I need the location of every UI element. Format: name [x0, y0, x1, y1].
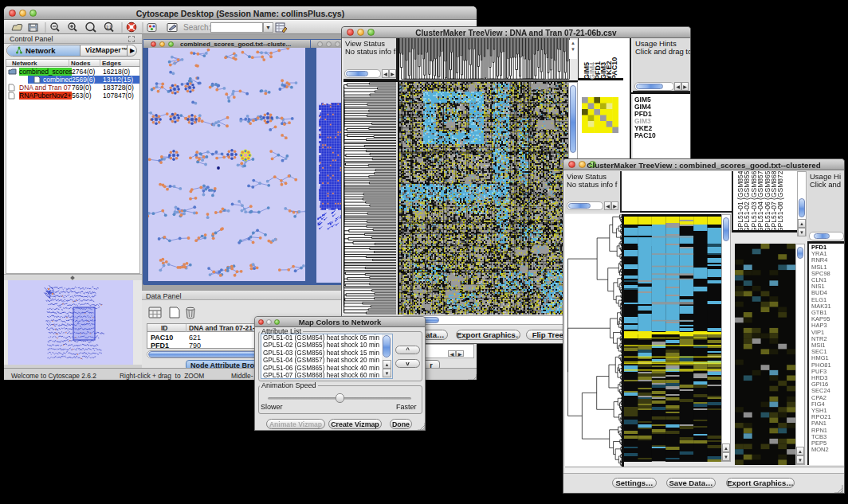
svg-text:1:1: 1:1 — [106, 25, 112, 29]
